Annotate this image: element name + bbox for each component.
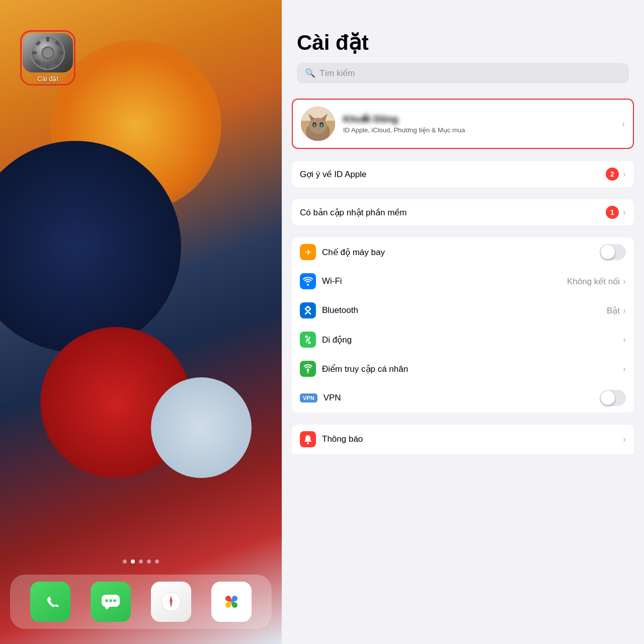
svg-point-34 — [313, 124, 315, 127]
notifications-chevron: › — [623, 434, 626, 445]
settings-header: Cài đặt 🔍 Tìm kiếm — [282, 0, 644, 89]
profile-chevron: › — [622, 119, 625, 129]
notifications-section: Thông báo › — [282, 425, 644, 454]
gear-icon — [30, 35, 65, 70]
search-icon: 🔍 — [305, 68, 315, 78]
dock-safari-icon[interactable] — [151, 582, 191, 622]
dock — [10, 575, 272, 629]
svg-point-36 — [305, 336, 308, 338]
appleid-label: Gợi ý về ID Apple — [300, 169, 606, 180]
vpn-toggle[interactable] — [600, 390, 626, 406]
bluetooth-value: Bật — [607, 305, 620, 316]
bluetooth-label: Bluetooth — [322, 305, 607, 315]
page-dot-4 — [147, 559, 151, 564]
profile-row[interactable]: Khuất Dũng ID Apple, iCloud, Phương tiện… — [293, 100, 633, 148]
svg-rect-5 — [59, 51, 64, 54]
airplane-toggle[interactable] — [600, 244, 626, 260]
bluetooth-row[interactable]: Bluetooth Bật › — [292, 296, 634, 325]
profile-info: Khuất Dũng ID Apple, iCloud, Phương tiện… — [343, 113, 614, 135]
update-label: Có bản cập nhật phần mềm — [300, 207, 606, 218]
wifi-value: Không kết nối — [567, 276, 620, 287]
software-update-row[interactable]: Có bản cập nhật phần mềm 1 › — [292, 199, 634, 225]
messages-icon — [100, 591, 122, 613]
avatar-image — [301, 107, 335, 141]
svg-marker-13 — [105, 607, 110, 610]
cellular-chevron: › — [623, 335, 626, 345]
settings-app-label: Cài đặt — [37, 75, 58, 83]
cellular-row[interactable]: Di động › — [292, 325, 634, 354]
svg-point-16 — [113, 599, 116, 602]
connectivity-card: ✈ Chế độ máy bay Wi-Fi — [292, 237, 634, 413]
wifi-label: Wi-Fi — [322, 276, 567, 286]
svg-point-41 — [307, 442, 309, 444]
svg-rect-4 — [32, 51, 37, 54]
notifications-card[interactable]: Thông báo › — [292, 425, 634, 454]
page-title: Cài đặt — [297, 30, 629, 55]
wifi-chevron: › — [623, 276, 626, 287]
svg-rect-3 — [46, 64, 49, 69]
bluetooth-chevron: › — [623, 305, 626, 316]
settings-panel: Cài đặt 🔍 Tìm kiếm — [282, 0, 644, 644]
hotspot-chevron: › — [623, 364, 626, 374]
page-dot-1 — [123, 559, 127, 564]
svg-point-11 — [43, 48, 53, 58]
svg-point-38 — [308, 342, 311, 344]
svg-point-15 — [109, 599, 112, 602]
safari-icon — [160, 591, 182, 613]
svg-point-14 — [105, 599, 108, 602]
update-card[interactable]: Có bản cập nhật phần mềm 1 › — [292, 199, 634, 225]
airplane-label: Chế độ máy bay — [322, 247, 600, 258]
avatar — [301, 107, 335, 141]
wallpaper-blob4 — [151, 377, 252, 478]
cellular-icon — [300, 332, 316, 348]
profile-subtitle: ID Apple, iCloud, Phương tiện & Mục mua — [343, 126, 614, 135]
page-dot-3 — [139, 559, 143, 564]
wifi-row[interactable]: Wi-Fi Không kết nối › — [292, 267, 634, 296]
profile-section: Khuất Dũng ID Apple, iCloud, Phương tiện… — [282, 99, 644, 149]
bluetooth-icon — [300, 302, 316, 318]
appleid-suggestion-row[interactable]: Gợi ý về ID Apple 2 › — [292, 161, 634, 187]
update-section: Có bản cập nhật phần mềm 1 › — [282, 199, 644, 225]
search-bar[interactable]: 🔍 Tìm kiếm — [297, 63, 629, 84]
notifications-icon — [300, 431, 316, 447]
dock-phone-icon[interactable] — [30, 582, 70, 622]
connectivity-section: ✈ Chế độ máy bay Wi-Fi — [282, 237, 644, 413]
search-input[interactable]: Tìm kiếm — [319, 68, 355, 78]
appleid-card[interactable]: Gợi ý về ID Apple 2 › — [292, 161, 634, 187]
wifi-icon — [300, 273, 316, 289]
photos-icon — [220, 591, 243, 613]
settings-app-icon-img — [23, 33, 73, 72]
hotspot-icon — [300, 361, 316, 377]
appleid-chevron: › — [623, 169, 626, 180]
airplane-row[interactable]: ✈ Chế độ máy bay — [292, 237, 634, 267]
update-chevron: › — [623, 207, 626, 218]
airplane-icon: ✈ — [300, 244, 316, 260]
svg-rect-2 — [46, 37, 49, 42]
home-screen: Cài đặt — [0, 0, 282, 644]
settings-app-icon[interactable]: Cài đặt — [20, 30, 75, 86]
notifications-label: Thông báo — [322, 434, 623, 444]
vpn-icon: VPN — [300, 393, 317, 403]
appleid-badge: 2 — [606, 168, 619, 181]
dock-messages-icon[interactable] — [91, 582, 131, 622]
page-indicator — [0, 559, 282, 564]
vpn-label: VPN — [324, 393, 600, 403]
appleid-section: Gợi ý về ID Apple 2 › — [282, 161, 644, 187]
settings-content: Khuất Dũng ID Apple, iCloud, Phương tiện… — [282, 89, 644, 644]
update-badge: 1 — [606, 206, 619, 219]
phone-icon — [39, 591, 61, 613]
hotspot-row[interactable]: Điểm truy cập cá nhân › — [292, 354, 634, 383]
hotspot-label: Điểm truy cập cá nhân — [322, 364, 623, 374]
svg-point-35 — [320, 124, 323, 127]
svg-point-37 — [307, 339, 309, 341]
notifications-row[interactable]: Thông báo › — [292, 425, 634, 454]
profile-name: Khuất Dũng — [343, 113, 614, 125]
vpn-row[interactable]: VPN VPN — [292, 383, 634, 413]
dock-photos-icon[interactable] — [211, 582, 252, 622]
profile-card[interactable]: Khuất Dũng ID Apple, iCloud, Phương tiện… — [292, 99, 634, 149]
page-dot-5 — [155, 559, 159, 564]
page-dot-2 — [131, 559, 135, 564]
cellular-label: Di động — [322, 335, 623, 345]
